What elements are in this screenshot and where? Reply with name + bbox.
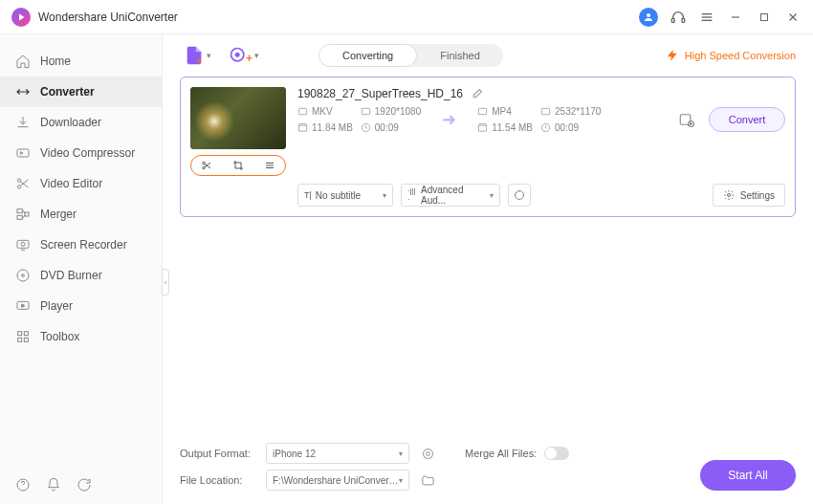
file-location-select[interactable]: F:\Wondershare UniConverter ▾ (266, 470, 409, 491)
svg-point-30 (203, 166, 206, 169)
subtitle-select[interactable]: T| No subtitle ▾ (297, 184, 393, 207)
svg-point-28 (236, 54, 239, 56)
merge-icon (15, 207, 31, 222)
add-file-button[interactable]: + ▾ (180, 41, 215, 70)
sidebar-item-label: Video Compressor (40, 146, 135, 160)
converter-icon (15, 84, 31, 99)
scissors-icon (15, 176, 31, 191)
svg-rect-1 (671, 18, 674, 22)
svg-rect-16 (17, 240, 29, 248)
output-format-select[interactable]: iPhone 12 ▾ (266, 443, 409, 464)
headset-icon[interactable] (670, 9, 687, 26)
help-icon[interactable] (15, 477, 31, 493)
sidebar-item-label: Merger (40, 208, 77, 221)
sidebar-item-label: Home (40, 55, 71, 68)
source-size: 11.84 MB (312, 122, 353, 133)
sidebar-item-player[interactable]: Player (0, 291, 162, 321)
svg-rect-35 (362, 108, 369, 114)
feedback-icon[interactable] (77, 477, 92, 493)
svg-point-45 (426, 451, 429, 455)
sidebar-item-label: Toolbox (40, 330, 79, 343)
svg-rect-7 (761, 13, 768, 20)
target-format: MP4 (492, 106, 512, 117)
info-icon[interactable] (508, 184, 531, 207)
merge-label: Merge All Files: (465, 448, 537, 459)
svg-point-0 (647, 13, 650, 17)
svg-point-19 (22, 274, 25, 277)
svg-point-18 (17, 270, 29, 281)
sidebar-item-downloader[interactable]: Downloader (0, 107, 162, 138)
svg-rect-23 (18, 338, 22, 341)
file-card: 190828_27_SuperTrees_HD_16 MKV 11.84 MB … (180, 77, 796, 217)
svg-rect-37 (479, 108, 487, 114)
home-icon (15, 54, 31, 69)
main-panel: + ▾ + ▾ Converting Finished High Speed C… (163, 34, 813, 504)
svg-text:+: + (196, 55, 202, 66)
svg-rect-21 (18, 332, 22, 336)
audio-select[interactable]: ·|||· Advanced Aud... ▾ (401, 184, 500, 207)
sidebar-item-dvd[interactable]: DVD Burner (0, 260, 162, 291)
sidebar-item-label: Screen Recorder (40, 238, 127, 252)
svg-point-11 (17, 179, 20, 182)
source-resolution: 1920*1080 (375, 106, 421, 117)
output-format-label: Output Format: (180, 448, 256, 459)
svg-point-29 (203, 162, 206, 164)
compress-icon (15, 145, 31, 161)
bell-icon[interactable] (46, 477, 61, 493)
user-avatar[interactable] (639, 8, 658, 27)
menu-icon[interactable] (698, 9, 715, 26)
svg-point-44 (423, 449, 432, 458)
target-resolution: 2532*1170 (555, 106, 601, 117)
target-duration: 00:09 (555, 122, 579, 133)
svg-rect-13 (17, 209, 22, 213)
start-all-button[interactable]: Start All (700, 460, 796, 491)
output-settings-icon[interactable] (678, 111, 695, 128)
file-location-label: File Location: (180, 474, 256, 486)
svg-point-42 (516, 191, 524, 200)
effects-icon[interactable] (264, 160, 275, 171)
tab-finished[interactable]: Finished (417, 44, 503, 67)
sidebar-item-label: Downloader (40, 116, 101, 129)
format-settings-icon[interactable] (419, 447, 436, 461)
trim-icon[interactable] (201, 160, 212, 171)
target-size: 11.54 MB (492, 122, 533, 133)
svg-rect-24 (24, 338, 28, 341)
sidebar-item-toolbox[interactable]: Toolbox (0, 321, 162, 352)
close-button[interactable] (784, 9, 802, 26)
sidebar-item-editor[interactable]: Video Editor (0, 168, 162, 199)
convert-button[interactable]: Convert (709, 107, 785, 132)
play-icon (15, 298, 31, 314)
tab-converting[interactable]: Converting (319, 44, 417, 67)
video-thumbnail[interactable] (190, 87, 286, 149)
minimize-button[interactable] (727, 9, 744, 26)
settings-button[interactable]: Settings (713, 184, 785, 207)
sidebar-item-home[interactable]: Home (0, 46, 162, 77)
sidebar-item-recorder[interactable]: Screen Recorder (0, 230, 162, 260)
disc-icon (15, 268, 31, 283)
svg-rect-15 (25, 212, 29, 216)
maximize-button[interactable] (756, 9, 773, 26)
sidebar-item-label: Video Editor (40, 177, 102, 190)
svg-point-43 (727, 194, 730, 197)
rename-icon[interactable] (471, 88, 483, 100)
sidebar-item-merger[interactable]: Merger (0, 199, 162, 230)
app-title: Wondershare UniConverter (38, 11, 178, 24)
edit-tools (190, 155, 286, 176)
crop-icon[interactable] (232, 160, 244, 171)
folder-icon[interactable] (419, 473, 436, 488)
add-disc-button[interactable]: + ▾ (225, 42, 263, 69)
merge-toggle[interactable] (544, 447, 569, 460)
source-duration: 00:09 (375, 122, 399, 133)
titlebar: Wondershare UniConverter (0, 0, 813, 34)
sidebar: Home Converter Downloader Video Compress… (0, 34, 163, 504)
sidebar-item-compressor[interactable]: Video Compressor (0, 138, 162, 168)
sidebar-collapse-button[interactable]: ‹ (162, 269, 169, 296)
svg-rect-34 (298, 108, 306, 114)
sidebar-item-converter[interactable]: Converter (0, 77, 162, 107)
status-tabs: Converting Finished (319, 44, 503, 67)
svg-rect-22 (24, 332, 28, 336)
svg-point-12 (17, 186, 20, 188)
sidebar-item-label: Converter (40, 85, 95, 99)
high-speed-toggle[interactable]: High Speed Conversion (666, 49, 796, 62)
grid-icon (15, 329, 31, 344)
